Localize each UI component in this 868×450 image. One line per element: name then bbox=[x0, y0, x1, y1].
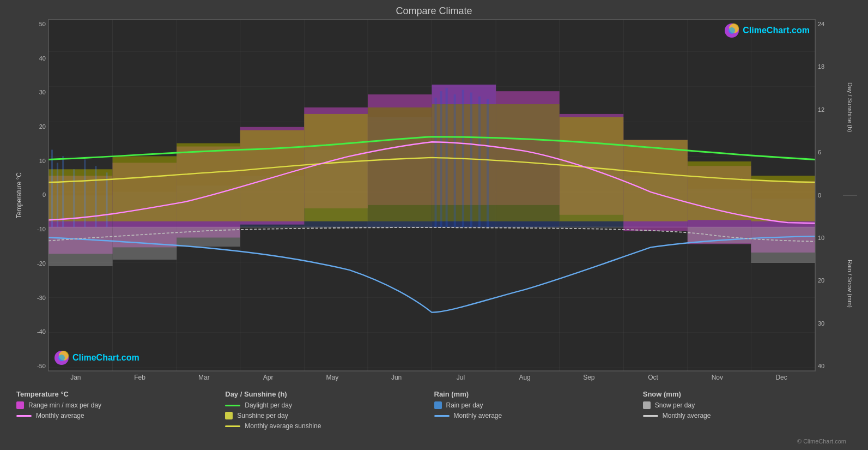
legend-sunshine-label: Sunshine per day bbox=[237, 412, 288, 419]
x-label-feb: Feb bbox=[108, 374, 172, 381]
legend-temperature-title: Temperature °C bbox=[16, 390, 225, 398]
left-tick-20: 20 bbox=[27, 124, 46, 130]
legend-sunshine: Day / Sunshine (h) Daylight per day Suns… bbox=[225, 390, 434, 433]
right-tick-20r: 20 bbox=[818, 278, 843, 284]
legend-rain: Rain (mm) Rain per day Monthly average bbox=[434, 390, 643, 433]
x-label-dec: Dec bbox=[749, 374, 814, 381]
svg-rect-80 bbox=[454, 94, 456, 227]
svg-rect-65 bbox=[48, 227, 113, 266]
x-label-jun: Jun bbox=[365, 374, 429, 381]
logo-icon-top bbox=[724, 23, 739, 38]
svg-rect-56 bbox=[240, 130, 305, 221]
x-label-oct: Oct bbox=[621, 374, 685, 381]
legend-temp-range-label: Range min / max per day bbox=[28, 401, 101, 409]
legend-snow-bar: Snow per day bbox=[643, 401, 852, 409]
svg-rect-70 bbox=[51, 150, 53, 227]
left-tick--30: -30 bbox=[27, 295, 46, 301]
svg-rect-55 bbox=[177, 143, 240, 221]
legend-temp-range-swatch bbox=[16, 401, 24, 409]
x-axis: Jan Feb Mar Apr May Jun Jul Aug Sep Oct … bbox=[44, 371, 814, 381]
svg-rect-82 bbox=[470, 93, 472, 227]
x-label-mar: Mar bbox=[172, 374, 236, 381]
legend-sunshine-avg-label: Monthly average sunshine bbox=[245, 422, 321, 430]
svg-rect-76 bbox=[106, 172, 108, 227]
left-tick--20: -20 bbox=[27, 261, 46, 267]
svg-rect-57 bbox=[304, 114, 368, 221]
legend-temp-avg-line bbox=[16, 415, 32, 417]
watermark-bottom-left: ClimeChart.com bbox=[54, 350, 139, 365]
legend-sunshine-bar: Sunshine per day bbox=[225, 412, 434, 419]
legend-sunshine-swatch bbox=[225, 412, 233, 419]
x-label-may: May bbox=[300, 374, 365, 381]
legend-snow-title: Snow (mm) bbox=[643, 390, 852, 398]
legend-rain-title: Rain (mm) bbox=[434, 390, 643, 398]
right-tick-30r: 30 bbox=[818, 321, 843, 327]
x-label-apr: Apr bbox=[236, 374, 300, 381]
svg-rect-72 bbox=[62, 156, 64, 227]
right-tick-10r: 10 bbox=[818, 235, 843, 241]
chart-svg bbox=[48, 20, 815, 371]
legend-daylight-label: Daylight per day bbox=[245, 401, 292, 409]
chart-canvas: Seoul Seoul ClimeChart.com ClimeChart.co… bbox=[48, 19, 816, 371]
legend-sunshine-avg: Monthly average sunshine bbox=[225, 422, 434, 430]
left-tick--50: -50 bbox=[27, 363, 46, 369]
watermark-text-top: ClimeChart.com bbox=[743, 26, 810, 35]
right-axis-top-label: Day / Sunshine (h) bbox=[847, 82, 853, 132]
legend-temperature: Temperature °C Range min / max per day M… bbox=[16, 390, 225, 433]
legend-snow: Snow (mm) Snow per day Monthly average bbox=[643, 390, 852, 433]
legend-sunshine-title: Day / Sunshine (h) bbox=[225, 390, 434, 398]
left-axis-label: Temperature °C bbox=[15, 172, 23, 218]
x-label-aug: Aug bbox=[493, 374, 557, 381]
watermark-top-right: ClimeChart.com bbox=[724, 23, 810, 38]
right-tick-24: 24 bbox=[818, 21, 843, 27]
left-tick-30: 30 bbox=[27, 89, 46, 95]
legend-snow-avg-label: Monthly average bbox=[663, 412, 711, 419]
x-label-nov: Nov bbox=[685, 374, 750, 381]
left-tick--10: -10 bbox=[27, 226, 46, 232]
legend-temp-range: Range min / max per day bbox=[16, 401, 225, 409]
svg-rect-54 bbox=[113, 156, 177, 221]
x-label-sep: Sep bbox=[557, 374, 621, 381]
x-label-jul: Jul bbox=[429, 374, 493, 381]
right-tick-0r: 0 bbox=[818, 193, 843, 199]
copyright: © ClimeChart.com bbox=[11, 438, 846, 445]
legend-temp-avg-label: Monthly average bbox=[36, 412, 84, 419]
legend-daylight-line bbox=[225, 405, 240, 406]
svg-point-2 bbox=[729, 27, 735, 34]
right-tick-12: 12 bbox=[818, 107, 843, 113]
x-label-jan: Jan bbox=[44, 374, 108, 381]
svg-rect-77 bbox=[435, 98, 437, 227]
legend-sunshine-avg-line bbox=[225, 425, 240, 427]
svg-rect-71 bbox=[57, 163, 58, 227]
legend-snow-label: Snow per day bbox=[655, 401, 695, 409]
legend-rain-label: Rain per day bbox=[446, 401, 483, 409]
legend-rain-avg: Monthly average bbox=[434, 412, 643, 419]
watermark-text-bottom: ClimeChart.com bbox=[72, 353, 139, 363]
legend-temp-avg: Monthly average bbox=[16, 412, 225, 419]
svg-rect-83 bbox=[478, 97, 481, 227]
svg-rect-78 bbox=[440, 91, 442, 227]
svg-rect-69 bbox=[751, 227, 815, 263]
left-tick-0: 0 bbox=[27, 192, 46, 198]
legend-snow-avg: Monthly average bbox=[643, 412, 852, 419]
legend-snow-avg-line bbox=[643, 415, 658, 417]
right-tick-18: 18 bbox=[818, 64, 843, 70]
right-axis-bottom-label: Rain / Snow (mm) bbox=[847, 260, 853, 308]
left-tick-10: 10 bbox=[27, 158, 46, 164]
svg-rect-75 bbox=[95, 166, 96, 227]
left-tick-40: 40 bbox=[27, 56, 46, 62]
right-tick-6: 6 bbox=[818, 149, 843, 155]
svg-point-5 bbox=[58, 355, 65, 361]
chart-title: Compare Climate bbox=[11, 5, 857, 17]
svg-rect-58 bbox=[368, 107, 432, 221]
svg-rect-62 bbox=[623, 140, 688, 221]
legend-rain-swatch bbox=[434, 401, 442, 409]
svg-rect-63 bbox=[688, 161, 751, 220]
legend-daylight: Daylight per day bbox=[225, 401, 434, 409]
left-tick-50: 50 bbox=[27, 21, 46, 27]
svg-rect-68 bbox=[688, 227, 751, 243]
svg-rect-67 bbox=[177, 227, 240, 247]
right-tick-40r: 40 bbox=[818, 363, 843, 369]
svg-rect-84 bbox=[487, 99, 489, 227]
legend-rain-bar: Rain per day bbox=[434, 401, 643, 409]
